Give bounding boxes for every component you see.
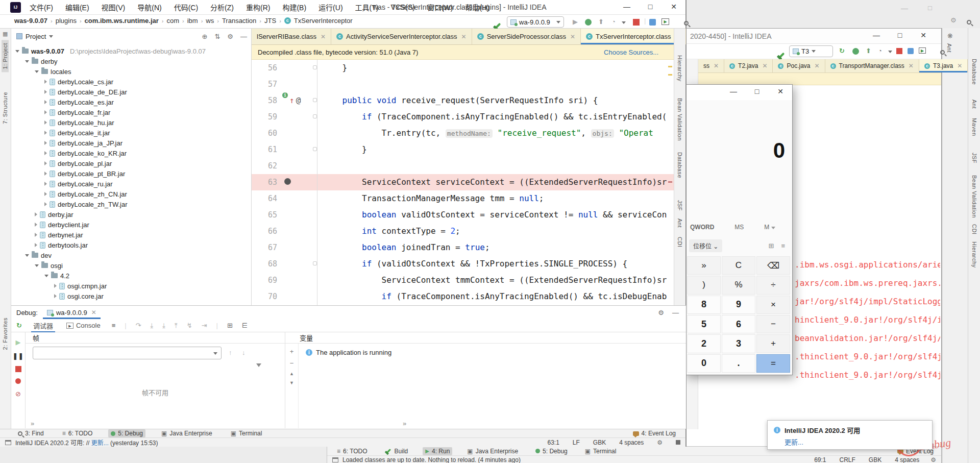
coverage-folder-icon[interactable]	[649, 19, 656, 26]
stop-icon[interactable]	[896, 48, 902, 54]
breadcrumb-item[interactable]: TxServerInterceptor	[294, 17, 353, 25]
win2-console-output[interactable]: .ibm.ws.osgi.applications/aries/sjaxrs/c…	[795, 256, 940, 409]
calc-key-2[interactable]: 2	[687, 334, 721, 353]
tree-row[interactable]: derbyLocale_pt_BR.jar	[11, 168, 251, 179]
code-line[interactable]: 62	[252, 158, 674, 174]
close-button[interactable]: ✕	[912, 29, 935, 42]
tool-button-jsf[interactable]: JSF	[971, 153, 977, 163]
tool-button-bean-validation[interactable]: Bean Validation	[971, 175, 977, 218]
expand-arrow-icon[interactable]	[44, 182, 47, 186]
calc-key-÷[interactable]: ÷	[756, 276, 790, 294]
editor-tab[interactable]: cTransportManager.class✕	[825, 59, 919, 72]
run-config-select[interactable]: wa-9.0.0.9	[507, 16, 564, 28]
collapse-arrow-icon[interactable]	[44, 275, 48, 277]
editor-tab[interactable]: cPoc.java✕	[773, 59, 825, 72]
prev-frame-icon[interactable]: ↑	[229, 349, 232, 356]
expand-arrow-icon[interactable]	[44, 192, 47, 196]
tree-row[interactable]: osgi.core.jar	[11, 291, 251, 301]
code-line[interactable]: 68 if (validOtsContext && !TxProperties.…	[252, 256, 674, 272]
tool-button-database[interactable]: Database	[971, 59, 977, 85]
tree-row[interactable]: osgi.cmpn.jar	[11, 281, 251, 291]
code-line[interactable]: 70 if (TraceComponent.isAnyTracingEnable…	[252, 288, 674, 305]
expand-arrow-icon[interactable]	[54, 284, 57, 288]
resume-icon[interactable]: ⬆	[866, 47, 871, 55]
code-line[interactable]: 67 boolean joinedTran = true;	[252, 239, 674, 256]
settings-gear-icon[interactable]: ⚙	[930, 456, 936, 463]
tool-window-button-debug[interactable]: 5: Debug	[108, 429, 145, 437]
tree-row[interactable]: locales	[11, 66, 251, 77]
tool-button-ant-inner[interactable]: Ant	[946, 43, 952, 53]
tree-row[interactable]: derbyLocale_ko_KR.jar	[11, 148, 251, 158]
close-icon[interactable]: ✕	[957, 62, 962, 69]
breadcrumb-item[interactable]: ws	[206, 17, 214, 25]
minimize-button[interactable]: —	[865, 29, 888, 42]
rerun-icon[interactable]: ↻	[839, 47, 845, 55]
tool-window-button-find[interactable]: 3: Find	[15, 429, 46, 437]
profiler-chevron-icon[interactable]	[888, 51, 892, 53]
breadcrumb-item[interactable]: ibm	[187, 17, 198, 25]
build-hammer-icon[interactable]	[778, 53, 785, 59]
fold-marker-icon[interactable]	[313, 147, 317, 151]
code-line[interactable]: 61 }	[252, 141, 674, 158]
stop-icon[interactable]	[633, 19, 640, 26]
tree-row[interactable]: derbyLocale_ja_JP.jar	[11, 138, 251, 148]
calc-key-+[interactable]: +	[756, 334, 790, 353]
collapse-arrow-icon[interactable]	[15, 50, 19, 53]
breadcrumb-item[interactable]: JTS	[264, 17, 276, 25]
breadcrumb-item[interactable]: com	[166, 17, 179, 25]
close-icon[interactable]: ✕	[714, 62, 719, 69]
chevron-down-icon[interactable]	[49, 35, 53, 38]
collapse-arrow-icon[interactable]	[35, 264, 39, 267]
collapse-arrow-icon[interactable]	[25, 60, 29, 63]
expand-arrow-icon[interactable]	[44, 172, 47, 176]
tab-debugger[interactable]: 调试器	[31, 319, 55, 332]
expand-arrow-icon[interactable]	[44, 90, 47, 94]
step-out-icon[interactable]: ⤒	[175, 322, 178, 330]
menu-item[interactable]: 构建(B)	[282, 2, 306, 12]
settings-gear-icon[interactable]: ⚙	[657, 439, 663, 446]
word-size-toggle[interactable]: QWORD	[690, 224, 714, 231]
tree-row[interactable]: derbyLocale_it.jar	[11, 128, 251, 138]
expand-arrow-icon[interactable]	[44, 120, 47, 125]
tool-button-structure[interactable]: 7: Structure	[2, 89, 9, 127]
tool-window-button-todo[interactable]: ≡6: TODO	[334, 447, 370, 455]
debug-bug-icon[interactable]	[585, 19, 592, 26]
tree-row[interactable]: derby	[11, 56, 251, 66]
maximize-button[interactable]: □	[745, 85, 769, 98]
profiler-icon[interactable]: ◔	[611, 18, 616, 26]
breadcrumb-item[interactable]: plugins	[56, 17, 77, 25]
tool-button-ant[interactable]: Ant	[971, 100, 977, 109]
tool-button-cdi[interactable]: CDI	[677, 237, 683, 247]
calc-key-6[interactable]: 6	[722, 315, 755, 333]
coverage-icon[interactable]: ⬆	[598, 18, 604, 26]
tool-button-ant[interactable]: Ant	[677, 218, 683, 228]
menu-item[interactable]: 视图(V)	[102, 2, 126, 12]
breadcrumb-item[interactable]: Transaction	[222, 17, 256, 25]
expand-arrow-icon[interactable]	[44, 141, 47, 145]
tool-window-button-run[interactable]: ▶4: Run	[423, 447, 452, 455]
menu-item[interactable]: 重构(R)	[246, 2, 270, 12]
tree-row[interactable]: derbyLocale_zh_TW.jar	[11, 199, 251, 209]
status-segment[interactable]: 4 spaces	[895, 456, 919, 463]
expand-arrow-icon[interactable]	[44, 131, 47, 135]
fold-marker-icon[interactable]	[313, 114, 317, 118]
win2-window-controls[interactable]: —□✕	[865, 29, 935, 42]
search-everywhere-icon[interactable]	[940, 50, 945, 55]
status-segment[interactable]: GBK	[869, 456, 881, 463]
code-line[interactable]: 60 Tr.entry(tc, methodName: "receive_req…	[252, 125, 674, 141]
tree-row[interactable]: derbyLocale_zh_CN.jar	[11, 189, 251, 199]
stop-icon[interactable]	[15, 366, 21, 372]
minimize-button[interactable]: —	[615, 0, 639, 13]
expand-arrow-icon[interactable]	[54, 294, 57, 298]
close-button[interactable]: ✕	[769, 85, 792, 98]
editor-tab[interactable]: cT3.java✕	[919, 59, 968, 72]
choose-sources-link[interactable]: Choose Sources...	[604, 48, 658, 56]
editor-tab[interactable]: ss✕	[698, 59, 724, 72]
step-into-icon[interactable]: ⤓	[151, 322, 154, 330]
close-icon[interactable]: ✕	[815, 62, 820, 69]
mute-breakpoints-icon[interactable]: ⊘	[15, 390, 21, 398]
step-over-icon[interactable]: ↷	[136, 322, 141, 329]
profiler-chevron-icon[interactable]	[622, 21, 626, 24]
tree-row[interactable]: derbynet.jar	[11, 230, 251, 240]
calc-key-5[interactable]: 5	[687, 315, 721, 333]
